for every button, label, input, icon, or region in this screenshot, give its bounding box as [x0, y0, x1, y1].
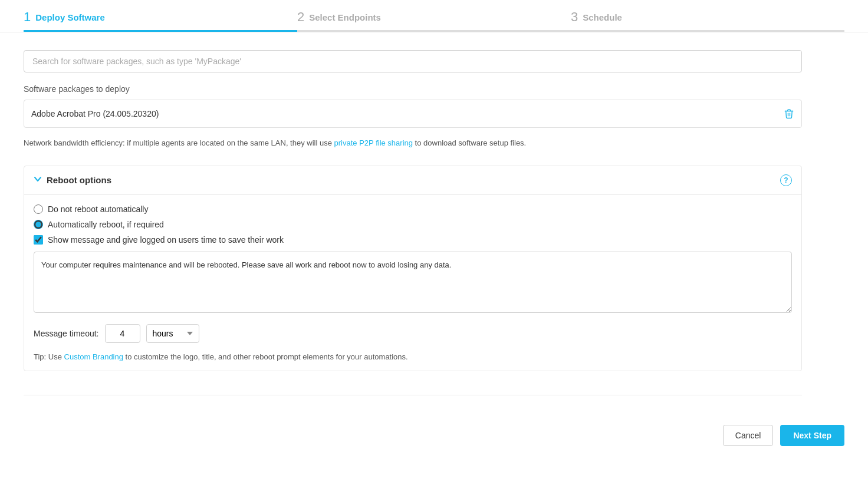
step-deploy-software[interactable]: 1 Deploy Software — [24, 0, 297, 32]
step-3-bar — [571, 30, 844, 32]
step-3-label: Schedule — [583, 12, 622, 22]
package-row: Adobe Acrobat Pro (24.005.20320) — [24, 100, 802, 128]
stepper: 1 Deploy Software 2 Select Endpoints 3 S… — [0, 0, 868, 32]
packages-section-label: Software packages to deploy — [24, 84, 802, 94]
radio-no-reboot-input[interactable] — [34, 204, 43, 214]
step-3-number: 3 — [571, 11, 578, 24]
package-name: Adobe Acrobat Pro (24.005.20320) — [31, 109, 159, 118]
step-2-label: Select Endpoints — [309, 12, 381, 22]
radio-auto-reboot-label: Automatically reboot, if required — [48, 220, 164, 229]
step-1-bar — [24, 30, 297, 32]
reboot-title: Reboot options — [47, 175, 111, 185]
custom-branding-link[interactable]: Custom Branding — [64, 352, 123, 361]
p2p-link[interactable]: private P2P file sharing — [334, 138, 413, 147]
radio-auto-reboot[interactable]: Automatically reboot, if required — [34, 220, 792, 229]
footer: Cancel Next Step — [0, 413, 868, 458]
bandwidth-note: Network bandwidth efficiency: if multipl… — [24, 137, 802, 149]
timeout-value-input[interactable] — [105, 324, 140, 343]
reboot-collapse-icon[interactable] — [34, 175, 42, 185]
main-content: Software packages to deploy Adobe Acroba… — [0, 32, 826, 413]
checkbox-show-message[interactable]: Show message and give logged on users ti… — [34, 235, 792, 245]
reboot-message-textarea[interactable] — [34, 252, 792, 313]
checkbox-show-message-label: Show message and give logged on users ti… — [48, 235, 284, 245]
timeout-row: Message timeout: minutes hours days — [34, 324, 792, 343]
timeout-unit-select[interactable]: minutes hours days — [146, 324, 199, 343]
cancel-button[interactable]: Cancel — [723, 425, 774, 446]
radio-no-reboot[interactable]: Do not reboot automatically — [34, 204, 792, 214]
step-1-number: 1 — [24, 11, 31, 24]
bottom-divider — [24, 395, 802, 395]
step-1-label: Deploy Software — [35, 12, 105, 22]
radio-auto-reboot-input[interactable] — [34, 220, 43, 229]
checkbox-show-message-input[interactable] — [34, 235, 43, 245]
tip-text: Tip: Use Custom Branding to customize th… — [34, 352, 792, 361]
timeout-label: Message timeout: — [34, 329, 99, 338]
radio-no-reboot-label: Do not reboot automatically — [48, 204, 148, 214]
search-input[interactable] — [24, 50, 802, 72]
delete-package-button[interactable] — [784, 108, 794, 119]
step-2-bar — [297, 30, 571, 32]
step-select-endpoints[interactable]: 2 Select Endpoints — [297, 0, 571, 32]
reboot-help-icon[interactable]: ? — [780, 174, 792, 186]
next-step-button[interactable]: Next Step — [780, 425, 844, 446]
reboot-header: Reboot options ? — [24, 166, 801, 195]
reboot-section: Reboot options ? Do not reboot automatic… — [24, 166, 802, 371]
step-2-number: 2 — [297, 11, 304, 24]
reboot-body: Do not reboot automatically Automaticall… — [24, 195, 801, 371]
step-schedule[interactable]: 3 Schedule — [571, 0, 844, 32]
